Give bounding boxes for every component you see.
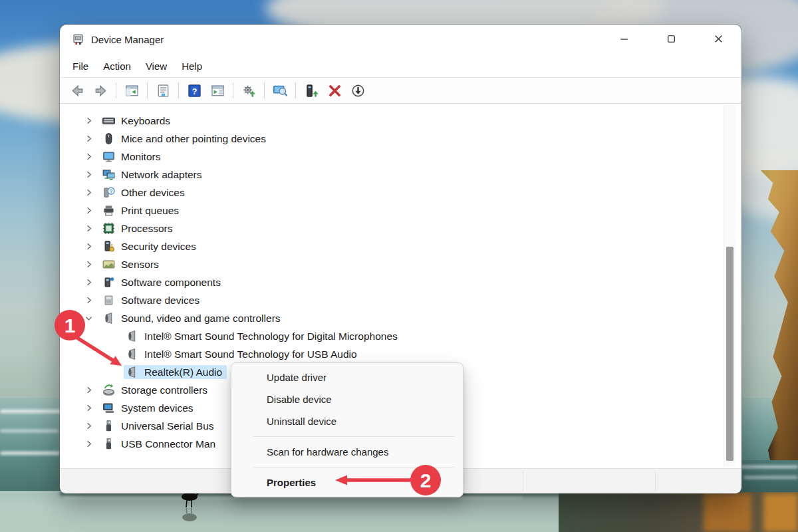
context-menu-separator: [253, 467, 454, 467]
tree-item-keyboards[interactable]: Keyboards: [60, 112, 741, 130]
tree-item-processors[interactable]: Processors: [60, 219, 741, 237]
tree-item-print-queues[interactable]: Print queues: [60, 201, 741, 219]
system-device-icon: [102, 402, 115, 414]
tree-item-monitors[interactable]: Monitors: [60, 148, 741, 166]
tree-item-content: Print queues: [100, 203, 184, 217]
tree-item-software-components[interactable]: Software components: [60, 273, 741, 291]
chevron-right-icon[interactable]: [84, 152, 97, 162]
vertical-scrollbar[interactable]: [724, 105, 735, 467]
tree-item-content: Processors: [100, 221, 178, 235]
action-pane-button[interactable]: [207, 80, 228, 100]
tree-item-sound-video-and-game-controllers[interactable]: Sound, video and game controllers: [60, 309, 741, 327]
back-button[interactable]: [66, 80, 88, 100]
tree-item-content: Storage controllers: [100, 383, 212, 397]
maximize-icon: [666, 33, 677, 47]
tree-item-security-devices[interactable]: Security devices: [60, 237, 741, 255]
tree-item-intel-smart-sound-technology-for-usb-audio[interactable]: Intel® Smart Sound Technology for USB Au…: [60, 345, 741, 363]
chevron-right-icon[interactable]: [84, 385, 97, 396]
tree-item-label: Storage controllers: [121, 384, 207, 396]
chevron-right-icon[interactable]: [84, 170, 97, 180]
chevron-down-icon[interactable]: [84, 313, 97, 324]
mouse-icon: [102, 132, 115, 145]
console-tree-button[interactable]: [121, 80, 142, 100]
add-drivers-button[interactable]: [301, 80, 322, 100]
close-button[interactable]: [703, 26, 733, 54]
context-menu-item-scan-for-hardware-changes[interactable]: Scan for hardware changes: [231, 441, 463, 463]
screen: { "window": { "title": "Device Manager",…: [0, 0, 798, 532]
processor-icon: [102, 222, 115, 235]
chevron-right-icon[interactable]: [84, 205, 97, 216]
menu-action[interactable]: Action: [96, 58, 138, 74]
chevron-right-icon[interactable]: [84, 421, 97, 432]
context-menu-item-properties[interactable]: Properties: [231, 471, 463, 493]
tree-item-content: Software components: [100, 275, 225, 289]
wave-foam: [0, 410, 63, 413]
update-driver-button[interactable]: [238, 80, 259, 100]
menu-help[interactable]: Help: [174, 58, 209, 74]
disable-device-button[interactable]: [347, 80, 368, 100]
storage-controller-icon: [102, 384, 115, 396]
chevron-right-icon[interactable]: [84, 134, 97, 144]
tree-item-label: Universal Serial Bus: [121, 420, 214, 432]
tree-item-intel-smart-sound-technology-for-digital-microphones[interactable]: Intel® Smart Sound Technology for Digita…: [60, 327, 741, 345]
minimize-button[interactable]: [608, 26, 639, 54]
tree-item-content: Intel® Smart Sound Technology for Digita…: [124, 329, 402, 343]
tree-item-software-devices[interactable]: Software devices: [60, 291, 741, 309]
chevron-right-icon[interactable]: [84, 277, 97, 288]
chevron-right-icon[interactable]: [84, 116, 97, 126]
minimize-icon: [618, 33, 630, 47]
tree-item-content: Universal Serial Bus: [100, 419, 219, 433]
forward-button[interactable]: [90, 80, 111, 100]
cliff-reflection: [763, 493, 798, 532]
tree-item-label: Security devices: [121, 241, 196, 253]
tree-item-content: Keyboards: [100, 114, 175, 128]
title-bar: Device Manager: [60, 25, 741, 55]
chevron-right-icon[interactable]: [84, 223, 97, 234]
usb-icon: [102, 438, 115, 450]
chevron-right-icon[interactable]: [84, 403, 97, 414]
help-icon: ?: [188, 84, 201, 98]
chevron-right-icon[interactable]: [84, 188, 97, 198]
uninstall-icon: [328, 84, 342, 98]
maximize-button[interactable]: [656, 26, 686, 54]
chevron-right-icon[interactable]: [84, 295, 97, 306]
software-device-icon: [102, 294, 115, 307]
tree-item-label: Realtek(R) Audio: [144, 366, 222, 378]
add-drivers-icon: [305, 84, 319, 98]
tree-item-content: System devices: [100, 401, 198, 415]
scrollbar-thumb[interactable]: [726, 247, 733, 461]
properties-icon: [156, 84, 170, 98]
tree-item-mice-and-other-pointing-devices[interactable]: Mice and other pointing devices: [60, 130, 741, 148]
tree-item-content: Sensors: [100, 257, 164, 271]
menu-view[interactable]: View: [138, 58, 174, 74]
context-menu-item-disable-device[interactable]: Disable device: [231, 388, 463, 410]
svg-text:?: ?: [192, 86, 197, 96]
tree-item-content: Monitors: [100, 150, 165, 164]
tree-item-content: ?Other devices: [100, 186, 190, 200]
context-menu-item-uninstall-device[interactable]: Uninstall device: [231, 410, 463, 432]
uninstall-button[interactable]: [324, 80, 345, 100]
toolbar-separator: [233, 82, 233, 98]
tree-item-other-devices[interactable]: ?Other devices: [60, 184, 741, 201]
help-button[interactable]: ?: [184, 80, 205, 100]
tree-item-sensors[interactable]: Sensors: [60, 255, 741, 273]
status-bar-separator: [655, 471, 656, 491]
scan-hardware-button[interactable]: [269, 80, 291, 100]
chevron-right-icon[interactable]: [84, 259, 97, 270]
toolbar-separator: [178, 82, 179, 98]
tree-item-network-adapters[interactable]: Network adapters: [60, 166, 741, 184]
tree-item-label: Sound, video and game controllers: [121, 313, 281, 325]
context-menu-item-update-driver[interactable]: Update driver: [231, 366, 463, 388]
tree-item-label: Print queues: [121, 205, 179, 217]
status-bar-separator: [523, 471, 523, 491]
chevron-right-icon[interactable]: [84, 241, 97, 252]
caption-buttons: [608, 26, 741, 54]
chevron-right-icon[interactable]: [84, 439, 97, 450]
disable-device-icon: [351, 84, 365, 98]
scan-hardware-icon: [273, 84, 287, 98]
menu-file[interactable]: File: [65, 58, 96, 74]
properties-button[interactable]: [152, 80, 174, 100]
tree-item-content: Realtek(R) Audio: [124, 365, 227, 379]
action-pane-icon: [211, 84, 225, 98]
network-adapter-icon: [102, 168, 115, 181]
